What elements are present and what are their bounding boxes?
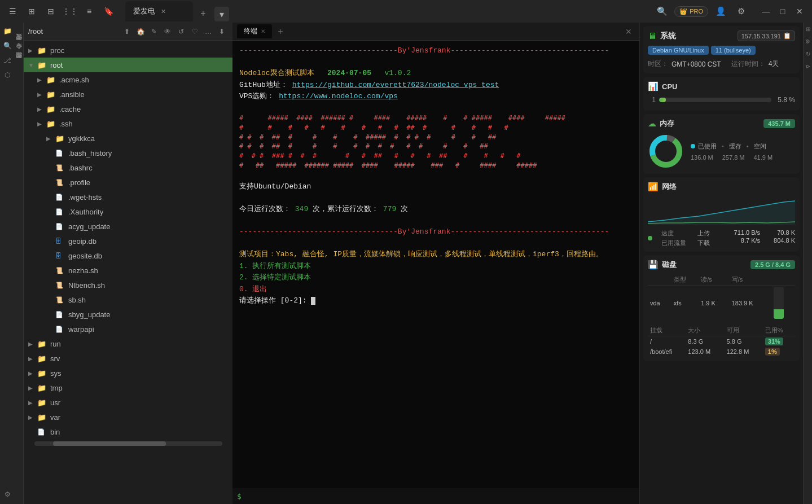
timezone-label: 时区：	[648, 59, 668, 69]
tree-item-srv[interactable]: ▶ 📁 srv	[24, 351, 232, 366]
menu-item-0[interactable]: 0. 退出	[239, 285, 267, 293]
file-tree-header: /root ⬆ 🏠 ✎ 👁 ↺ ♡ … ⬇	[24, 23, 232, 41]
title-bar: ☰ ⊞ ⊟ ⋮⋮ ≡ 🔖 爱发电 ✕ + ▾ 🔍 👑 PRO 👤 ⚙ — □ ✕	[0, 0, 812, 23]
edit-icon[interactable]: ✎	[148, 25, 160, 38]
window-controls: — □ ✕	[758, 3, 807, 19]
menu-item-1[interactable]: 1. 执行所有测试脚本	[239, 262, 311, 270]
tree-item-geoip-db[interactable]: ▶ 🗄 geoip.db	[24, 234, 232, 248]
github-url[interactable]: https://github.com/everett7623/nodeloc_v…	[292, 81, 499, 89]
settings-edge-icon[interactable]: ⚙	[804, 37, 812, 45]
memory-total-badge: 435.7 M	[763, 119, 795, 128]
download-icon[interactable]: ⬇	[216, 25, 228, 38]
disk-fstype: xfs	[671, 286, 699, 321]
layout-icon[interactable]: ⊞	[24, 3, 39, 19]
new-terminal-button[interactable]: +	[274, 25, 287, 38]
tree-item-usr[interactable]: ▶ 📁 usr	[24, 395, 232, 410]
bookmark-icon[interactable]: 🔖	[100, 3, 116, 19]
tree-item-acme[interactable]: ▶ 📁 .acme.sh	[24, 72, 232, 87]
grid-icon[interactable]: ⊟	[43, 3, 59, 19]
disk-title: 磁盘	[662, 260, 677, 270]
copy-icon[interactable]: 📋	[783, 32, 791, 40]
network-upload-speed-col: 711.0 B/s 8.7 K/s	[734, 229, 760, 247]
list-icon[interactable]: ≡	[81, 3, 97, 19]
disk-col-blank	[648, 274, 671, 286]
os-badges: Debian GNU/Linux 11 (bullseye)	[648, 46, 795, 55]
minimize-button[interactable]: —	[758, 3, 774, 19]
settings-sidebar-icon[interactable]: ⚙	[1, 488, 14, 501]
float-icon[interactable]: ⊞	[804, 25, 812, 33]
disk-mount-row-efi: /boot/efi 123.0 M 122.8 M 1%	[648, 347, 795, 357]
cache-label: 缓存	[729, 142, 741, 151]
terminal-panel-close-button[interactable]: ✕	[622, 25, 635, 38]
tab-dropdown-button[interactable]: ▾	[214, 7, 229, 21]
files-icon[interactable]: 📁	[1, 25, 14, 37]
settings-icon[interactable]: ⚙	[733, 3, 749, 19]
upload-icon[interactable]: ⬆	[121, 25, 133, 38]
tree-item-cache[interactable]: ▶ 📁 .cache	[24, 102, 232, 116]
tree-item-sys[interactable]: ▶ 📁 sys	[24, 366, 232, 380]
active-tab[interactable]: 爱发电 ✕	[125, 1, 193, 21]
tree-item-wget-hsts[interactable]: ▶ 📄 .wget-hsts	[24, 190, 232, 204]
tree-item-proc[interactable]: ▶ 📁 proc	[24, 43, 232, 58]
tree-item-ansible[interactable]: ▶ 📁 .ansible	[24, 87, 232, 102]
download-traffic: 804.8 K	[774, 237, 795, 244]
sync-icon[interactable]: ↻	[804, 50, 812, 58]
refresh-icon[interactable]: ↺	[175, 25, 187, 38]
terminal-tab-close-icon[interactable]: ✕	[261, 28, 265, 34]
network-upload-col: 上传 下载	[697, 229, 710, 247]
cursor-block	[311, 297, 315, 305]
search-icon[interactable]: 🔍	[654, 3, 670, 19]
tree-item-bashrc[interactable]: ▶ 📜 .bashrc	[24, 160, 232, 175]
total-runs-suffix: 次	[401, 205, 408, 213]
disk-io-table: 类型 读/s 写/s vda xfs 1.9 K 183.9 K	[648, 274, 795, 321]
sidebar-toggle-icon[interactable]: ☰	[5, 3, 20, 19]
maximize-button[interactable]: □	[775, 3, 791, 19]
sidebar-icons: 📁 🔍 ⎇ ⬡ ⚙	[0, 23, 15, 504]
memory-donut-container: 已使用 • 缓存 • 空闲 136.0 M 257.8 M 41.9 M	[648, 133, 795, 169]
tree-item-geosite-db[interactable]: ▶ 🗄 geosite.db	[24, 248, 232, 263]
home-icon[interactable]: 🏠	[134, 25, 147, 38]
extensions-icon[interactable]: ⬡	[1, 69, 14, 81]
tree-item-root[interactable]: ▼ 📁 root	[24, 58, 232, 72]
ascii-art: # ##### #### ###### # #### ##### # # ###…	[239, 113, 633, 170]
expand-icon[interactable]: ⊳	[804, 62, 812, 70]
avail-root: 5.8 G	[725, 336, 763, 347]
tree-item-bash-history[interactable]: ▶ 📄 .bash_history	[24, 146, 232, 160]
close-button[interactable]: ✕	[792, 3, 807, 19]
network-traffic-col: 70.8 K 804.8 K	[774, 229, 795, 247]
tree-item-sbyg-update[interactable]: ▶ 📄 sbyg_update	[24, 307, 232, 322]
disk-io-row: vda xfs 1.9 K 183.9 K	[648, 286, 795, 321]
os-name-badge: Debian GNU/Linux	[648, 46, 709, 55]
favorite-icon[interactable]: ♡	[188, 25, 201, 38]
terminal-tab[interactable]: 终端 ✕	[237, 24, 272, 38]
tree-item-warpapi[interactable]: ▶ 📄 warpapi	[24, 322, 232, 336]
tree-item-sb-sh[interactable]: ▶ 📜 sb.sh	[24, 292, 232, 307]
menu-item-2[interactable]: 2. 选择特定测试脚本	[239, 273, 311, 282]
new-tab-button[interactable]: +	[195, 6, 211, 21]
columns-icon[interactable]: ⋮⋮	[62, 3, 78, 19]
tree-item-xauthority[interactable]: ▶ 📄 .Xauthority	[24, 204, 232, 219]
avatar-icon[interactable]: 👤	[713, 3, 728, 19]
tree-item-tmp[interactable]: ▶ 📁 tmp	[24, 380, 232, 395]
github-label: GitHub地址：	[239, 81, 288, 89]
disk-bar-visual-cell	[771, 286, 795, 321]
tree-item-nezha-sh[interactable]: ▶ 📜 nezha.sh	[24, 263, 232, 278]
tree-item-nlbench-sh[interactable]: ▶ 📜 Nlbench.sh	[24, 278, 232, 292]
search-sidebar-icon[interactable]: 🔍	[1, 40, 14, 52]
tree-item-ygkkkca[interactable]: ▶ 📁 ygkkkca	[24, 131, 232, 146]
tree-item-var[interactable]: ▶ 📁 var	[24, 410, 232, 424]
terminal-body[interactable]: ------------------------------------By'J…	[232, 41, 639, 488]
tree-item-bin[interactable]: ▶ 📄 bin	[24, 424, 232, 439]
tree-item-profile[interactable]: ▶ 📜 .profile	[24, 175, 232, 190]
pct-root: 31%	[763, 336, 795, 347]
more-icon[interactable]: …	[202, 25, 214, 38]
tree-item-run[interactable]: ▶ 📁 run	[24, 336, 232, 351]
git-icon[interactable]: ⎇	[1, 54, 14, 67]
system-title: 系统	[660, 31, 676, 41]
tree-item-acyg-update[interactable]: ▶ 📄 acyg_update	[24, 219, 232, 234]
vps-url[interactable]: https://www.nodeloc.com/vps	[279, 92, 398, 100]
view-icon[interactable]: 👁	[161, 25, 174, 38]
tab-close-icon[interactable]: ✕	[161, 8, 166, 15]
tree-item-ssh[interactable]: ▶ 📁 .ssh	[24, 116, 232, 131]
sidebar-labels: 文件管理 命令 图标管理	[15, 23, 24, 504]
